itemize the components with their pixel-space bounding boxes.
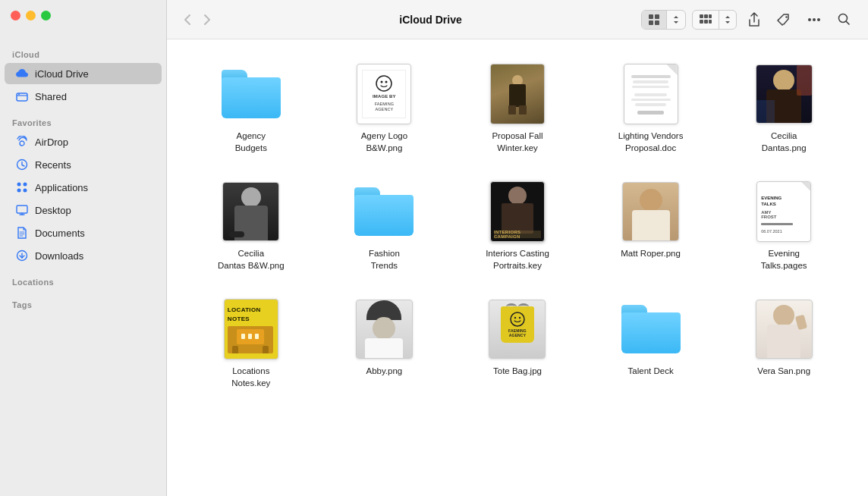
file-thumb-vera-san (750, 299, 818, 359)
svg-rect-8 (17, 206, 27, 213)
sidebar-item-desktop[interactable]: Desktop (5, 199, 162, 221)
group-view-switcher (692, 10, 737, 30)
svg-point-25 (376, 76, 392, 91)
file-thumb-cecilia-bw (217, 181, 285, 242)
file-name-tote-bag: Tote Bag.jpg (493, 366, 542, 378)
file-item-location-notes[interactable]: LOCATION NOTES Locations Notes.key (188, 293, 314, 395)
file-item-fashion-trends[interactable]: Fashion Trends (322, 175, 448, 278)
sidebar-item-documents-label: Documents (35, 228, 85, 239)
file-item-talent-deck[interactable]: Talent Deck (588, 293, 714, 395)
file-thumb-fashion-trends (350, 181, 418, 242)
svg-rect-18 (704, 20, 708, 24)
file-name-vera-san: Vera San.png (757, 366, 810, 378)
sidebar-item-downloads[interactable]: Downloads (5, 245, 162, 266)
view-chevron-button[interactable] (667, 11, 685, 28)
file-thumb-lighting-vendors (617, 64, 685, 124)
svg-point-27 (385, 81, 388, 83)
file-item-agency-logo[interactable]: IMAGE BY FAEMING AGENCY Ageny Logo B&W.p… (322, 58, 448, 160)
svg-rect-15 (704, 14, 708, 18)
sidebar-item-downloads-label: Downloads (35, 250, 83, 262)
svg-rect-14 (700, 14, 703, 18)
file-name-proposal-fall: Proposal Fall Winter.key (492, 130, 542, 154)
svg-point-26 (381, 81, 383, 83)
applications-icon (15, 181, 29, 194)
group-view-button[interactable] (693, 11, 719, 29)
svg-point-29 (514, 317, 516, 319)
file-name-matt-roper: Matt Roper.png (621, 248, 681, 260)
group-chevron-button[interactable] (719, 11, 736, 28)
svg-point-20 (785, 16, 787, 17)
svg-point-28 (511, 312, 524, 326)
tag-button[interactable] (772, 9, 796, 30)
sidebar-item-desktop-label: Desktop (35, 205, 71, 216)
file-item-cecilia-dantas[interactable]: Cecilia Dantas.png (721, 58, 847, 160)
svg-point-7 (24, 189, 27, 193)
more-button[interactable] (802, 14, 826, 26)
file-thumb-evening-talks: EVENINGTALKS AMYFROST 06.07.2021 (750, 181, 818, 242)
desktop-icon (15, 203, 29, 217)
grid-view-button[interactable] (642, 11, 667, 29)
svg-point-22 (813, 18, 816, 21)
file-name-talent-deck: Talent Deck (628, 366, 674, 378)
close-button[interactable] (11, 11, 20, 20)
file-item-tote-bag[interactable]: FAEMINGAGENCY Tote Bag.jpg (454, 293, 580, 395)
sidebar-item-icloud-drive-label: iCloud Drive (35, 68, 89, 80)
file-item-proposal-fall[interactable]: Proposal Fall Winter.key (454, 58, 580, 160)
sidebar-item-recents-label: Recents (35, 159, 71, 171)
svg-point-1 (18, 94, 20, 96)
file-thumb-abby (350, 299, 418, 359)
file-item-matt-roper[interactable]: Matt Roper.png (588, 175, 714, 278)
file-item-abby[interactable]: Abby.png (322, 293, 448, 395)
sidebar-section-tags: Tags (0, 290, 166, 312)
file-item-interiors-casting[interactable]: INTERIORS CAMPAIGN Interiors Casting Por… (454, 175, 580, 278)
svg-point-30 (519, 317, 520, 319)
sidebar-item-airdrop[interactable]: AirDrop (5, 131, 162, 152)
minimize-button[interactable] (26, 11, 36, 20)
file-thumb-location-notes: LOCATION NOTES (217, 299, 285, 359)
file-thumb-talent-deck (617, 299, 685, 359)
file-name-agency-logo: Ageny Logo B&W.png (361, 130, 407, 154)
toolbar: iCloud Drive (167, 0, 868, 39)
maximize-button[interactable] (41, 11, 51, 20)
back-button[interactable] (179, 11, 196, 29)
cloud-icon (15, 67, 29, 80)
view-switcher (641, 10, 686, 30)
file-name-agency-budgets: Agency Budgets (235, 130, 267, 154)
downloads-icon (15, 249, 29, 262)
share-button[interactable] (743, 8, 766, 31)
file-thumb-tote-bag: FAEMINGAGENCY (483, 299, 552, 359)
file-item-agency-budgets[interactable]: Agency Budgets (188, 58, 314, 160)
sidebar-item-recents[interactable]: Recents (5, 154, 162, 175)
svg-point-5 (24, 183, 27, 187)
sidebar-item-documents[interactable]: Documents (5, 222, 162, 243)
file-name-abby: Abby.png (366, 366, 403, 378)
sidebar-item-shared-label: Shared (35, 91, 67, 102)
sidebar-section-locations: Locations (0, 267, 166, 290)
sidebar-item-applications[interactable]: Applications (5, 177, 162, 198)
svg-point-4 (17, 183, 21, 187)
file-grid: Agency Budgets IMAGE BY FAEMING AGENCY (167, 39, 868, 496)
file-name-location-notes: Locations Notes.key (231, 366, 270, 389)
airdrop-icon (15, 135, 29, 149)
file-name-fashion-trends: Fashion Trends (369, 248, 400, 272)
file-item-lighting-vendors[interactable]: Lighting Vendors Proposal.doc (588, 58, 714, 160)
svg-point-21 (808, 18, 811, 21)
sidebar-item-shared[interactable]: Shared (5, 86, 162, 107)
file-name-interiors-casting: Interiors Casting Portraits.key (486, 248, 549, 272)
nav-buttons (179, 11, 215, 29)
forward-button[interactable] (199, 11, 215, 29)
file-item-cecilia-bw[interactable]: Cecilia Dantas B&W.png (188, 175, 314, 278)
svg-rect-16 (709, 14, 712, 18)
file-name-evening-talks: Evening Talks.pages (761, 248, 807, 272)
search-button[interactable] (832, 9, 856, 30)
main-content: iCloud Drive (167, 0, 868, 496)
toolbar-right (641, 8, 856, 31)
svg-point-23 (817, 18, 820, 21)
sidebar-item-icloud-drive[interactable]: iCloud Drive (5, 63, 162, 84)
svg-rect-13 (655, 20, 659, 25)
svg-rect-19 (709, 20, 712, 24)
file-item-evening-talks[interactable]: EVENINGTALKS AMYFROST 06.07.2021 Evening… (721, 175, 847, 278)
file-item-vera-san[interactable]: Vera San.png (721, 293, 847, 395)
sidebar: iCloud iCloud Drive Shared Favorites (0, 0, 167, 496)
file-thumb-cecilia-dantas (750, 64, 818, 124)
